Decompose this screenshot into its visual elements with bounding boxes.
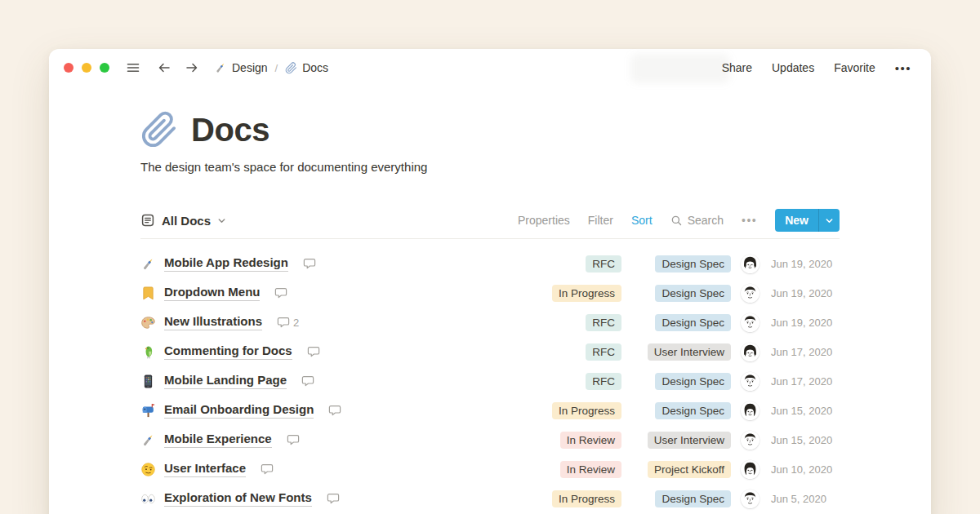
table-row[interactable]: Dropdown Menu In Progress Design Spec Ju… <box>140 278 840 308</box>
status-tag[interactable]: RFC <box>586 255 621 273</box>
search-button[interactable]: Search <box>670 214 724 227</box>
comment-count[interactable] <box>328 404 345 417</box>
view-label: All Docs <box>162 214 211 228</box>
more-options-icon[interactable]: ••• <box>895 61 911 75</box>
status-tag[interactable]: In Progress <box>552 402 621 419</box>
page-title: Docs <box>191 112 270 148</box>
parrot-icon <box>140 344 156 360</box>
table-row[interactable]: New Illustrations 2 RFC Design Spec Jun … <box>140 308 840 337</box>
table-row[interactable]: Mobile Experience In Review User Intervi… <box>140 425 840 454</box>
type-tag[interactable]: Design Spec <box>655 373 731 390</box>
comment-count[interactable] <box>274 286 291 299</box>
table-row[interactable]: Email Onboarding Design In Progress Desi… <box>140 396 840 425</box>
favorite-button[interactable]: Favorite <box>834 61 875 74</box>
comment-count[interactable] <box>303 257 319 270</box>
minimize-window-button[interactable] <box>82 63 91 73</box>
type-tag[interactable]: Design Spec <box>655 490 731 507</box>
forward-button[interactable] <box>185 60 199 75</box>
properties-button[interactable]: Properties <box>518 214 570 227</box>
status-tag[interactable]: In Review <box>560 461 621 478</box>
sidebar-toggle-button[interactable] <box>126 60 140 75</box>
view-more-options-icon[interactable]: ••• <box>742 214 757 227</box>
paintbrush-icon <box>214 61 227 74</box>
avatar-woman-headphones[interactable] <box>741 255 760 273</box>
comment-icon <box>307 345 320 358</box>
bookmark-icon <box>140 286 156 301</box>
paperclip-icon <box>285 62 297 74</box>
comment-count[interactable] <box>327 492 343 505</box>
sort-button[interactable]: Sort <box>631 214 653 227</box>
mobile-phone-icon <box>140 374 156 389</box>
comment-icon <box>328 404 341 417</box>
doc-title-link[interactable]: New Illustrations <box>164 314 262 330</box>
table-row[interactable]: Commenting for Docs RFC User Interview J… <box>140 337 840 366</box>
paintbrush-icon <box>140 432 156 448</box>
eyes-icon <box>140 491 156 507</box>
doc-title-link[interactable]: Dropdown Menu <box>164 285 260 301</box>
new-dropdown-button[interactable] <box>818 209 840 232</box>
breadcrumb-item-docs[interactable]: Docs <box>285 61 328 74</box>
avatar-man[interactable] <box>741 372 760 391</box>
back-button[interactable] <box>157 60 172 75</box>
type-tag[interactable]: Design Spec <box>655 285 731 302</box>
updates-button[interactable]: Updates <box>772 61 814 74</box>
type-tag[interactable]: Design Spec <box>655 314 731 331</box>
docs-table: Mobile App Redesign RFC Design Spec Jun … <box>140 249 840 513</box>
window-topbar: Design / Docs Share Updates Favorite ••• <box>49 49 931 86</box>
avatar-woman[interactable] <box>741 401 760 420</box>
status-tag[interactable]: In Progress <box>552 285 621 302</box>
type-tag[interactable]: User Interview <box>648 432 731 449</box>
table-row[interactable]: Mobile Landing Page RFC Design Spec Jun … <box>140 366 840 396</box>
chevron-down-icon <box>217 214 226 228</box>
type-tag[interactable]: Design Spec <box>655 255 731 273</box>
comment-count[interactable] <box>261 463 277 476</box>
doc-title-link[interactable]: Mobile App Redesign <box>164 255 288 272</box>
new-button-label[interactable]: New <box>775 209 818 232</box>
date-label: Jun 15, 2020 <box>771 434 840 446</box>
status-tag[interactable]: In Progress <box>552 490 621 507</box>
date-label: Jun 10, 2020 <box>771 463 840 476</box>
comment-count[interactable] <box>301 374 318 388</box>
status-tag[interactable]: RFC <box>586 373 621 390</box>
table-row[interactable]: Mobile App Redesign RFC Design Spec Jun … <box>140 249 840 278</box>
filter-button[interactable]: Filter <box>588 214 613 227</box>
comment-icon <box>277 316 290 329</box>
avatar-woman-headphones[interactable] <box>741 343 760 361</box>
comment-count[interactable]: 2 <box>277 316 299 329</box>
paintbrush-icon <box>140 256 156 272</box>
breadcrumb-item-design[interactable]: Design <box>214 61 268 74</box>
doc-title-link[interactable]: Mobile Landing Page <box>164 373 287 389</box>
table-row[interactable]: Exploration of New Fonts In Progress Des… <box>140 484 840 513</box>
avatar-woman[interactable] <box>741 460 760 479</box>
avatar-man[interactable] <box>741 490 760 508</box>
avatar-man[interactable] <box>741 431 760 450</box>
breadcrumb: Design / Docs <box>214 61 328 74</box>
status-tag[interactable]: RFC <box>586 343 621 361</box>
doc-title-link[interactable]: User Interface <box>164 461 246 477</box>
date-label: Jun 19, 2020 <box>771 287 840 299</box>
avatar-man[interactable] <box>741 284 760 303</box>
view-switcher[interactable]: All Docs <box>140 213 226 228</box>
new-button[interactable]: New <box>775 209 840 232</box>
date-label: Jun 17, 2020 <box>771 375 840 388</box>
doc-title-link[interactable]: Exploration of New Fonts <box>164 490 312 507</box>
blurred-element <box>630 54 730 83</box>
close-window-button[interactable] <box>64 63 74 73</box>
doc-title-link[interactable]: Mobile Experience <box>164 432 272 448</box>
comment-icon <box>274 286 287 299</box>
zoom-window-button[interactable] <box>100 63 109 73</box>
comment-count[interactable] <box>307 345 323 358</box>
avatar-man[interactable] <box>741 313 760 332</box>
status-tag[interactable]: In Review <box>560 432 621 449</box>
doc-title-link[interactable]: Commenting for Docs <box>164 343 292 360</box>
status-tag[interactable]: RFC <box>586 314 621 331</box>
doc-title-link[interactable]: Email Onboarding Design <box>164 402 314 419</box>
comment-count[interactable] <box>287 433 303 446</box>
type-tag[interactable]: User Interview <box>648 343 731 361</box>
search-label: Search <box>688 214 724 227</box>
type-tag[interactable]: Project Kickoff <box>648 461 731 478</box>
date-label: Jun 17, 2020 <box>771 346 840 358</box>
page-subtitle: The design team's space for documenting … <box>140 160 840 174</box>
type-tag[interactable]: Design Spec <box>655 402 731 419</box>
table-row[interactable]: User Interface In Review Project Kickoff… <box>140 454 840 484</box>
